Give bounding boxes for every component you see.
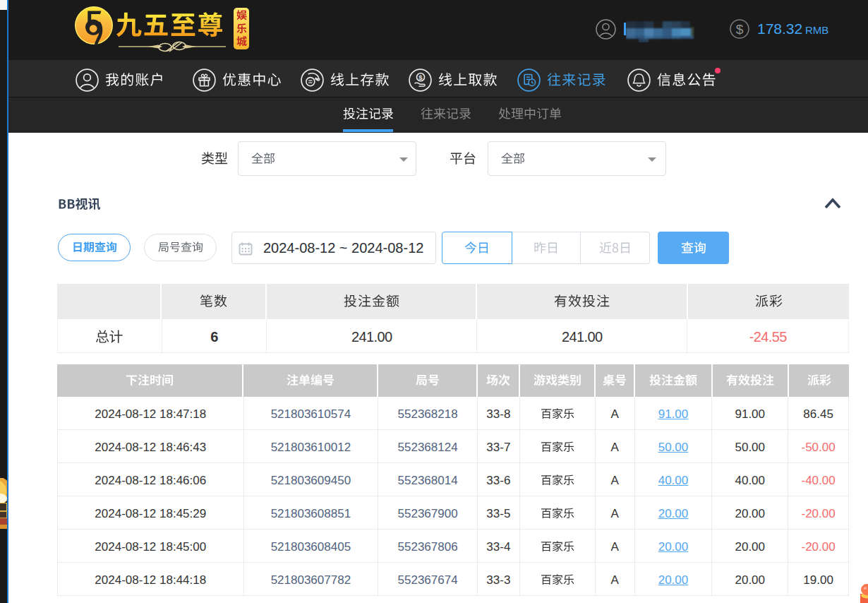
svg-text:$: $ (736, 22, 744, 37)
svg-text:$: $ (418, 73, 423, 80)
